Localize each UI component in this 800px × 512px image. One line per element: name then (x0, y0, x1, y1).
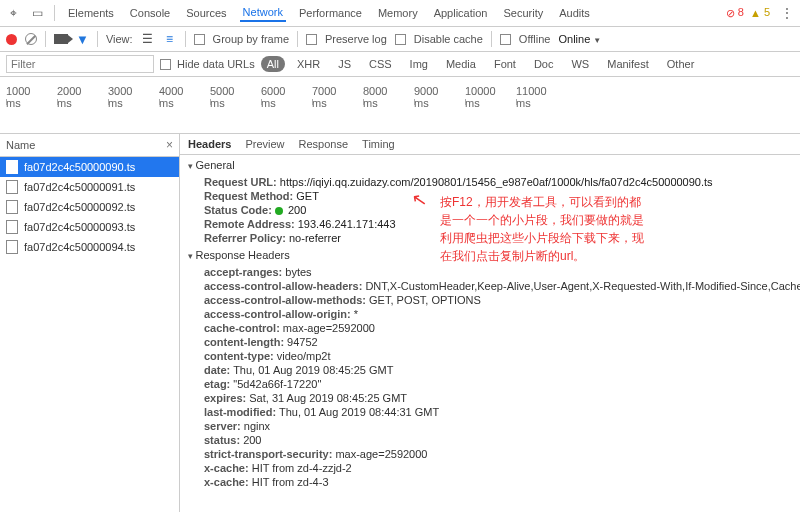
time-tick: 8000 ms (363, 85, 364, 109)
filter-img[interactable]: Img (404, 56, 434, 72)
header-row: cache-control: max-age=2592000 (180, 321, 800, 335)
view-label: View: (106, 33, 133, 45)
clear-icon[interactable] (25, 33, 37, 45)
waterfall-icon[interactable]: ≡ (163, 32, 177, 46)
time-tick: 11000 ms (516, 85, 517, 109)
annotation-line: 在我们点击复制片断的url。 (440, 247, 644, 265)
subtab-preview[interactable]: Preview (245, 138, 284, 150)
separator (45, 31, 46, 47)
file-icon (6, 180, 18, 194)
more-icon[interactable]: ⋮ (780, 6, 794, 20)
group-checkbox[interactable] (194, 34, 205, 45)
large-rows-icon[interactable]: ☰ (141, 32, 155, 46)
annotation-text: 按F12，用开发者工具，可以看到的都 是一个一个的小片段，我们要做的就是 利用爬… (440, 193, 644, 265)
offline-label: Offline (519, 33, 551, 45)
filter-xhr[interactable]: XHR (291, 56, 326, 72)
throttle-select[interactable]: Online ▼ (558, 33, 601, 45)
tab-network[interactable]: Network (240, 4, 286, 22)
disable-cache-checkbox[interactable] (395, 34, 406, 45)
subtab-headers[interactable]: Headers (188, 138, 231, 150)
separator (491, 31, 492, 47)
filter-doc[interactable]: Doc (528, 56, 560, 72)
preserve-checkbox[interactable] (306, 34, 317, 45)
tab-memory[interactable]: Memory (375, 5, 421, 21)
request-row[interactable]: fa07d2c4c50000092.ts (0, 197, 179, 217)
time-tick: 3000 ms (108, 85, 109, 109)
request-list: Name × fa07d2c4c50000090.ts fa07d2c4c500… (0, 134, 180, 512)
screenshot-icon[interactable] (54, 34, 68, 44)
header-row: etag: "5d42a66f-17220" (180, 377, 800, 391)
name-col-label: Name (6, 139, 35, 151)
timeline-overview[interactable]: 1000 ms 2000 ms 3000 ms 4000 ms 5000 ms … (0, 77, 800, 134)
main-split: Name × fa07d2c4c50000090.ts fa07d2c4c500… (0, 134, 800, 512)
request-row[interactable]: fa07d2c4c50000091.ts (0, 177, 179, 197)
chevron-down-icon: ▼ (593, 36, 601, 45)
tab-console[interactable]: Console (127, 5, 173, 21)
filter-font[interactable]: Font (488, 56, 522, 72)
separator (185, 31, 186, 47)
request-row[interactable]: fa07d2c4c50000094.ts (0, 237, 179, 257)
header-row: access-control-allow-headers: DNT,X-Cust… (180, 279, 800, 293)
warn-count: 5 (764, 6, 770, 18)
offline-checkbox[interactable] (500, 34, 511, 45)
time-tick: 10000 ms (465, 85, 466, 109)
subtab-response[interactable]: Response (299, 138, 349, 150)
annotation-line: 利用爬虫把这些小片段给下载下来，现 (440, 229, 644, 247)
request-name: fa07d2c4c50000093.ts (24, 221, 135, 233)
filter-media[interactable]: Media (440, 56, 482, 72)
close-icon[interactable]: × (166, 138, 173, 152)
time-tick: 5000 ms (210, 85, 211, 109)
inspect-icon[interactable]: ⌖ (6, 6, 20, 20)
hide-data-urls-label: Hide data URLs (177, 58, 255, 70)
hide-data-urls-checkbox[interactable] (160, 59, 171, 70)
filter-js[interactable]: JS (332, 56, 357, 72)
separator (54, 5, 55, 21)
request-row[interactable]: fa07d2c4c50000090.ts (0, 157, 179, 177)
filter-icon[interactable]: ▼ (76, 32, 89, 47)
tab-audits[interactable]: Audits (556, 5, 593, 21)
header-row: strict-transport-security: max-age=25920… (180, 447, 800, 461)
header-row: last-modified: Thu, 01 Aug 2019 08:44:31… (180, 405, 800, 419)
name-header: Name × (0, 134, 179, 157)
preserve-label: Preserve log (325, 33, 387, 45)
filter-all[interactable]: All (261, 56, 285, 72)
header-row: server: nginx (180, 419, 800, 433)
time-tick: 7000 ms (312, 85, 313, 109)
error-count: 8 (738, 6, 744, 18)
time-tick: 2000 ms (57, 85, 58, 109)
tab-sources[interactable]: Sources (183, 5, 229, 21)
filter-manifest[interactable]: Manifest (601, 56, 655, 72)
devtools-tabs: ⌖ ▭ Elements Console Sources Network Per… (0, 0, 800, 27)
subtab-timing[interactable]: Timing (362, 138, 395, 150)
header-row: x-cache: HIT from zd-4-zzjd-2 (180, 461, 800, 475)
request-row[interactable]: fa07d2c4c50000093.ts (0, 217, 179, 237)
file-icon (6, 240, 18, 254)
general-section[interactable]: General (180, 155, 800, 175)
tab-performance[interactable]: Performance (296, 5, 365, 21)
time-tick: 9000 ms (414, 85, 415, 109)
request-name: fa07d2c4c50000090.ts (24, 161, 135, 173)
tab-elements[interactable]: Elements (65, 5, 117, 21)
issue-badges[interactable]: ⊘ 8 ▲ 5 (726, 6, 770, 20)
annotation-line: 按F12，用开发者工具，可以看到的都 (440, 193, 644, 211)
request-detail: Headers Preview Response Timing General … (180, 134, 800, 512)
file-icon (6, 200, 18, 214)
tab-application[interactable]: Application (431, 5, 491, 21)
separator (97, 31, 98, 47)
group-label: Group by frame (213, 33, 289, 45)
separator (297, 31, 298, 47)
status-dot-icon (275, 207, 283, 215)
record-icon[interactable] (6, 34, 17, 45)
network-toolbar: ▼ View: ☰ ≡ Group by frame Preserve log … (0, 27, 800, 52)
filter-bar: Hide data URLs All XHR JS CSS Img Media … (0, 52, 800, 77)
time-tick: 1000 ms (6, 85, 7, 109)
filter-css[interactable]: CSS (363, 56, 398, 72)
filter-input[interactable] (6, 55, 154, 73)
request-name: fa07d2c4c50000091.ts (24, 181, 135, 193)
header-row: content-type: video/mp2t (180, 349, 800, 363)
filter-other[interactable]: Other (661, 56, 701, 72)
header-row: accept-ranges: bytes (180, 265, 800, 279)
device-icon[interactable]: ▭ (30, 6, 44, 20)
tab-security[interactable]: Security (500, 5, 546, 21)
filter-ws[interactable]: WS (565, 56, 595, 72)
